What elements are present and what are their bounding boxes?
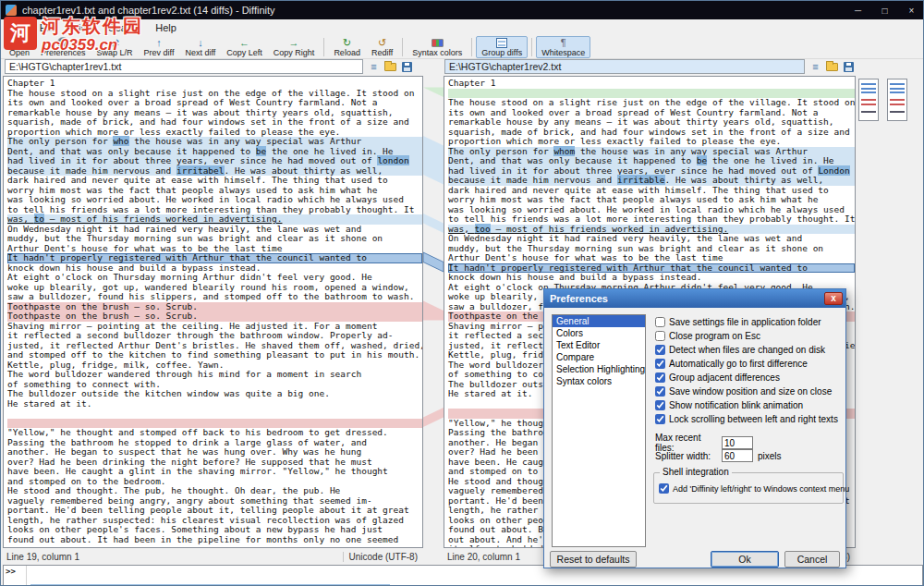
prefs-option-save-window-position-and-size-on-close[interactable]: Save window position and size on close bbox=[655, 385, 844, 398]
diffmap-mark bbox=[890, 99, 905, 101]
code-line[interactable]: The word bulldozer wandered through his … bbox=[7, 370, 422, 380]
shell-integration-option[interactable]: Add 'Diffinity left/right' to Windows co… bbox=[659, 482, 849, 495]
browse-folder-button[interactable] bbox=[383, 59, 398, 74]
code-line[interactable]: The bulldozer outside the kitchen window… bbox=[7, 389, 422, 399]
copy-right-button[interactable]: →Copy Right bbox=[268, 36, 321, 58]
maximize-icon[interactable]: □ bbox=[871, 1, 898, 19]
prefs-option-checkbox[interactable] bbox=[655, 414, 665, 424]
dialog-title-bar[interactable]: Preferences bbox=[544, 289, 845, 308]
code-line[interactable]: because it made him nervous and irritabl… bbox=[448, 176, 855, 186]
prefs-option-automatically-go-to-first-difference[interactable]: Automatically go to first difference bbox=[655, 357, 844, 371]
save-file-button[interactable] bbox=[841, 59, 857, 74]
code-line[interactable]: "Yellow," he thought and stomped off bac… bbox=[7, 428, 422, 438]
code-line[interactable]: At eight o'clock on Thursday morning Art… bbox=[7, 273, 422, 283]
prefs-option-show-notification-blink-animation[interactable]: Show notification blink animation bbox=[655, 398, 844, 412]
code-line[interactable]: The house stood on a slight rise just on… bbox=[448, 98, 855, 108]
max-recent-files-input[interactable] bbox=[722, 436, 753, 449]
code-line[interactable]: Chapter 1 bbox=[7, 79, 422, 89]
code-line[interactable]: Chapter 1 bbox=[448, 79, 855, 89]
reload-button[interactable]: ↻Reload bbox=[328, 36, 366, 58]
left-diff-pane[interactable]: Chapter 1The house stood on a slight ris… bbox=[3, 76, 423, 548]
code-line[interactable]: looks on other people's faces. Something… bbox=[7, 525, 422, 535]
prefs-option-checkbox[interactable] bbox=[655, 372, 665, 383]
watermark-text: 河东软件园 pc0359.cn bbox=[42, 17, 143, 54]
right-file-path-input[interactable] bbox=[444, 59, 805, 74]
code-line[interactable]: portant. He'd been telling people about … bbox=[7, 506, 422, 516]
code-line[interactable]: He stared at it. bbox=[7, 399, 422, 409]
reset-defaults-button[interactable]: Reset to defaults bbox=[550, 551, 637, 568]
minimize-icon[interactable]: ─ bbox=[845, 1, 871, 19]
prefs-option-close-program-on-esc[interactable]: Close program on Esc bbox=[655, 329, 844, 343]
code-line[interactable]: He stood and thought. The pub, he though… bbox=[7, 486, 422, 496]
code-line[interactable]: was, to – most of his friends worked in … bbox=[7, 214, 422, 225]
prefs-option-lock-scrolling-between-left-and-right-texts[interactable]: Lock scrolling between left and right te… bbox=[655, 412, 844, 426]
code-line[interactable]: On Wednesday night it had rained very he… bbox=[448, 234, 855, 244]
view-list-icon: ≡ bbox=[371, 61, 376, 72]
prefs-option-checkbox[interactable] bbox=[655, 386, 665, 397]
code-line[interactable]: Toothpaste on the brush – so. Scrub. bbox=[7, 311, 422, 322]
view-list-button[interactable]: ≡ bbox=[808, 59, 823, 74]
code-line[interactable]: muddy, but the Thursday morning sun was … bbox=[7, 234, 422, 244]
save-file-button[interactable] bbox=[399, 59, 415, 74]
splitter-width-row: Splitter width: pixels bbox=[655, 449, 782, 462]
code-line[interactable]: and stomped off to the kitchen to find s… bbox=[7, 350, 422, 360]
inline-diff: london bbox=[377, 155, 408, 165]
arrow-down-icon: ↓ bbox=[198, 37, 203, 48]
copy-left-button[interactable]: ←Copy Left bbox=[221, 36, 268, 58]
prefs-option-checkbox[interactable] bbox=[655, 345, 665, 355]
prefs-section-selection-highlighting[interactable]: Selection Highlighting bbox=[553, 363, 645, 375]
code-line[interactable]: squarish, made of brick, and had four wi… bbox=[7, 117, 422, 128]
code-line[interactable]: knock down his house and build a bypass … bbox=[448, 273, 855, 283]
cancel-button[interactable]: Cancel bbox=[784, 551, 840, 568]
diff-connector-deleted bbox=[423, 301, 444, 321]
code-line[interactable]: another. He began to suspect that he was… bbox=[7, 447, 422, 458]
prefs-section-compare[interactable]: Compare bbox=[553, 351, 645, 363]
left-file-path-input[interactable] bbox=[5, 59, 363, 74]
code-line[interactable]: its own and looked over a broad spread o… bbox=[7, 98, 422, 108]
code-line[interactable]: Arthur Dent's house for what was to be t… bbox=[448, 253, 855, 263]
browse-folder-button[interactable] bbox=[824, 59, 840, 74]
right-diff-map[interactable] bbox=[887, 79, 907, 121]
prefs-section-general[interactable]: General bbox=[553, 315, 645, 327]
code-line[interactable]: remarkable house by any means – it was a… bbox=[448, 117, 855, 128]
prefs-option-checkbox[interactable] bbox=[655, 331, 665, 341]
prefs-option-detect-when-files-are-changed-on-disk[interactable]: Detect when files are changed on disk bbox=[655, 343, 844, 357]
code-line[interactable] bbox=[7, 409, 422, 419]
prefs-option-checkbox[interactable] bbox=[655, 400, 665, 410]
ok-button[interactable]: Ok bbox=[711, 551, 779, 568]
menu-help[interactable]: Help bbox=[148, 21, 184, 34]
diff-connector-deleted bbox=[423, 408, 444, 427]
prefs-option-checkbox[interactable] bbox=[655, 359, 665, 369]
prev-diff-button[interactable]: ↑Prev diff bbox=[139, 36, 180, 58]
prefs-option-save-settings-file-in-application-folder[interactable]: Save settings file in application folder bbox=[655, 315, 844, 329]
prefs-section-syntax-colors[interactable]: Syntax colors bbox=[553, 375, 645, 387]
left-diff-map[interactable] bbox=[858, 79, 879, 121]
code-line[interactable]: it reflected a second bulldozer through … bbox=[7, 331, 422, 341]
whitespace-button[interactable]: ¶Whitespace bbox=[536, 36, 590, 58]
splitter-width-input[interactable] bbox=[722, 449, 753, 462]
close-icon[interactable]: × bbox=[898, 1, 924, 19]
prefs-option-group-adjacent-differences[interactable]: Group adjacent differences bbox=[655, 371, 844, 385]
save-file-icon bbox=[844, 62, 854, 72]
shell-integration-checkbox[interactable] bbox=[659, 483, 669, 494]
group-diffs-button[interactable]: Group diffs bbox=[476, 36, 528, 58]
code-line[interactable]: have been. He caught a glint in the shav… bbox=[7, 467, 422, 477]
view-list-button[interactable]: ≡ bbox=[366, 59, 382, 74]
prefs-option-checkbox[interactable] bbox=[655, 317, 665, 327]
inline-diff: irritabel bbox=[176, 165, 224, 176]
code-line[interactable]: saw a bulldozer, found his slippers, and… bbox=[7, 292, 422, 302]
prefs-section-colors[interactable]: Colors bbox=[553, 327, 645, 339]
code-line[interactable]: dark haired and never quite at ease with… bbox=[7, 176, 422, 186]
code-line[interactable]: It hadn't properly registered with Arthu… bbox=[7, 253, 422, 263]
rediff-button[interactable]: ↺Rediff bbox=[366, 36, 398, 58]
code-line[interactable]: found out about. It had been in the pipe… bbox=[7, 535, 422, 545]
diffmap-mark bbox=[861, 111, 876, 113]
watermark-site-name: 河东软件园 bbox=[42, 17, 143, 36]
code-line[interactable]: was looking so worried about. He worked … bbox=[7, 195, 422, 205]
next-diff-button[interactable]: ↓Next diff bbox=[179, 36, 221, 58]
prefs-section-text-editor[interactable]: Text Editor bbox=[553, 339, 645, 351]
code-line[interactable]: worry him most was the fact that people … bbox=[448, 195, 855, 205]
dialog-close-icon[interactable]: x bbox=[824, 292, 843, 305]
toolbar-button-label: Syntax colors bbox=[412, 48, 462, 57]
syntax-colors-button[interactable]: Syntax colors bbox=[407, 36, 468, 58]
